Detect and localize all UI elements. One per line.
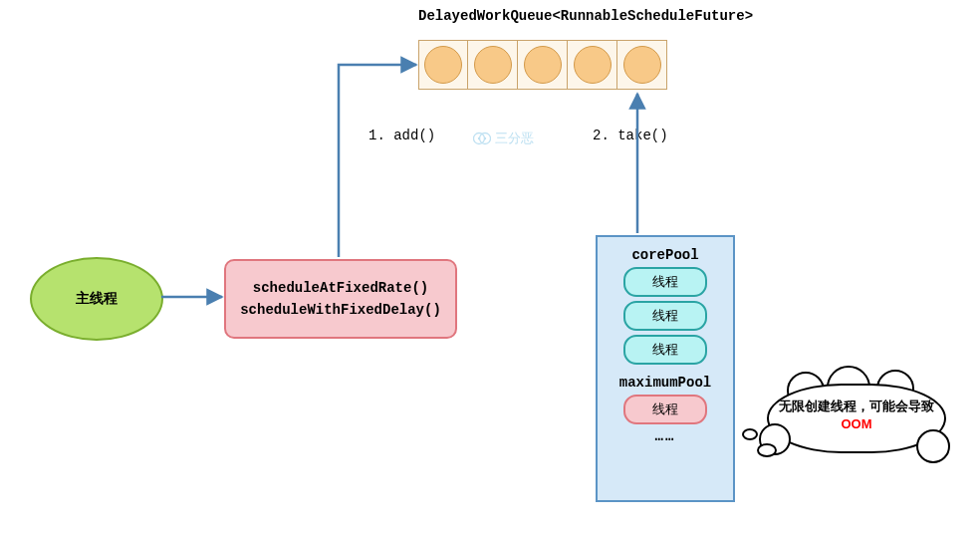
task-icon — [623, 46, 661, 84]
task-icon — [574, 46, 612, 84]
cloud-tail-icon — [742, 428, 758, 440]
core-pool-label: corePool — [606, 247, 725, 263]
core-thread-pill: 线程 — [623, 301, 707, 331]
take-label: 2. take() — [593, 128, 668, 143]
thread-label: 线程 — [652, 307, 678, 325]
thread-pool-box: corePool 线程 线程 线程 maximumPool 线程 …… — [596, 235, 735, 502]
queue-slot — [468, 40, 518, 90]
warning-cloud: 无限创建线程，可能会导致OOM — [767, 384, 946, 453]
svg-point-3 — [484, 137, 486, 139]
watermark-icon — [473, 132, 491, 145]
max-thread-pill: 线程 — [623, 395, 707, 424]
watermark: 三分恶 — [473, 130, 534, 147]
queue-slot — [617, 40, 667, 90]
thread-label: 线程 — [652, 400, 678, 418]
watermark-text: 三分恶 — [495, 130, 534, 147]
cloud-tail-icon — [757, 443, 777, 457]
core-thread-pill: 线程 — [623, 267, 707, 297]
thread-label: 线程 — [652, 341, 678, 359]
core-thread-pill: 线程 — [623, 335, 707, 365]
schedule-methods-node: scheduleAtFixedRate() scheduleWithFixedD… — [224, 259, 457, 339]
main-thread-label: 主线程 — [76, 290, 118, 308]
maximum-pool-label: maximumPool — [606, 375, 725, 391]
schedule-at-fixed-rate: scheduleAtFixedRate() — [253, 280, 428, 296]
delayed-work-queue — [418, 40, 667, 90]
main-thread-node: 主线程 — [30, 257, 163, 341]
thread-label: 线程 — [652, 273, 678, 291]
schedule-with-fixed-delay: scheduleWithFixedDelay() — [240, 302, 441, 318]
arrow-add — [339, 65, 416, 257]
add-label: 1. add() — [368, 128, 435, 143]
diagram-title: DelayedWorkQueue<RunnableScheduleFuture> — [418, 8, 753, 24]
warning-prefix: 无限创建线程，可能会导致 — [779, 399, 934, 413]
warning-oom: OOM — [841, 416, 871, 431]
more-indicator: …… — [606, 428, 725, 444]
task-icon — [474, 46, 512, 84]
svg-point-2 — [478, 137, 480, 139]
task-icon — [424, 46, 462, 84]
warning-text: 无限创建线程，可能会导致OOM — [777, 398, 936, 432]
task-icon — [524, 46, 562, 84]
queue-slot — [518, 40, 568, 90]
queue-slot — [418, 40, 468, 90]
queue-slot — [568, 40, 617, 90]
